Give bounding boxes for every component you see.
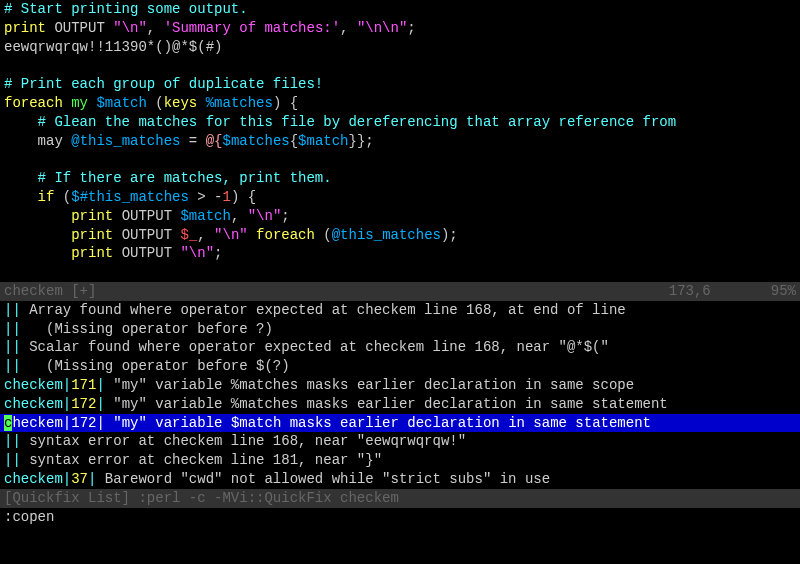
quickfix-linenr: 172 [71,396,96,412]
quickfix-linenr: 37 [71,471,88,487]
code-line: print OUTPUT "\n"; [0,244,800,263]
quickfix-msg: Bareword "cwd" not allowed while "strict… [96,471,550,487]
quickfix-msg: Array found where operator expected at c… [21,302,626,318]
code-line: # Print each group of duplicate files! [0,75,800,94]
quickfix-line[interactable]: || Scalar found where operator expected … [0,338,800,357]
code-line: print OUTPUT $_, "\n" foreach (@this_mat… [0,226,800,245]
code-line [0,150,800,169]
quickfix-line[interactable]: || syntax error at checkem line 168, nea… [0,432,800,451]
quickfix-line[interactable]: checkem|171| "my" variable %matches mask… [0,376,800,395]
quickfix-line[interactable]: || (Missing operator before ?) [0,320,800,339]
statusline-quickfix: [Quickfix List] :perl -c -MVi::QuickFix … [0,489,800,508]
quickfix-msg: "my" variable %matches masks earlier dec… [105,377,634,393]
quickfix-line[interactable]: || syntax error at checkem line 181, nea… [0,451,800,470]
quickfix-line[interactable]: checkem|172| "my" variable %matches mask… [0,395,800,414]
code-line: # If there are matches, print them. [0,169,800,188]
statusline-top: checkem [+] 173,6 95% [0,282,800,301]
quickfix-msg: (Missing operator before ?) [21,321,273,337]
code-line: foreach my $match (keys %matches) { [0,94,800,113]
code-line [0,56,800,75]
quickfix-file: checkem [4,471,63,487]
quickfix-line[interactable]: checkem|172| "my" variable $match masks … [0,414,800,433]
quickfix-msg: (Missing operator before $(?) [21,358,290,374]
statusline-cursor: 173,6 [669,282,711,301]
quickfix-msg: syntax error at checkem line 168, near "… [21,433,466,449]
quickfix-msg: "my" variable %matches masks earlier dec… [105,396,668,412]
code-window[interactable]: # Start printing some output. print OUTP… [0,0,800,282]
quickfix-linenr: 171 [71,377,96,393]
quickfix-line[interactable]: checkem|37| Bareword "cwd" not allowed w… [0,470,800,489]
quickfix-line[interactable]: || Array found where operator expected a… [0,301,800,320]
quickfix-msg: syntax error at checkem line 181, near "… [21,452,382,468]
code-line: eewqrwqrqw!!11390*()@*$(#) [0,38,800,57]
code-line: # Start printing some output. [0,0,800,19]
terminal-screen: # Start printing some output. print OUTP… [0,0,800,564]
quickfix-file: checkem [4,377,63,393]
quickfix-msg: Scalar found where operator expected at … [21,339,609,355]
code-line: if ($#this_matches > -1) { [0,188,800,207]
code-line: print OUTPUT $match, "\n"; [0,207,800,226]
quickfix-line[interactable]: || (Missing operator before $(?) [0,357,800,376]
code-line: may @this_matches = @{$matches{$match}}; [0,132,800,151]
statusline-filename: checkem [+] [4,282,669,301]
code-line: # Glean the matches for this file by der… [0,113,800,132]
command-line[interactable]: :copen [0,508,800,527]
code-line: print OUTPUT "\n", 'Summary of matches:'… [0,19,800,38]
statusline-percent: 95% [771,282,796,301]
quickfix-file: checkem [4,396,63,412]
quickfix-window[interactable]: || Array found where operator expected a… [0,301,800,489]
